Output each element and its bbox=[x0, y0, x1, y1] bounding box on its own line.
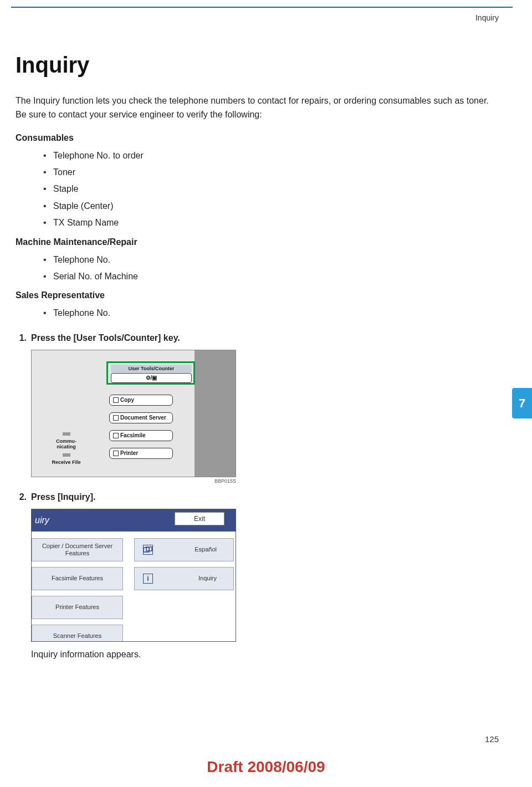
step-2: 2. Press [Inquiry]. uiry Exit Copier / D… bbox=[16, 492, 502, 660]
header-section-label: Inquiry bbox=[475, 13, 499, 22]
list-item: Telephone No. bbox=[43, 252, 502, 268]
page-title: Inquiry bbox=[16, 53, 502, 78]
list-item: Staple (Center) bbox=[43, 198, 502, 214]
user-tools-counter-label: User Tools/Counter bbox=[111, 365, 192, 372]
step-text: Press [Inquiry]. bbox=[31, 492, 502, 502]
inquiry-button[interactable]: i Inquiry bbox=[134, 567, 234, 590]
highlight-box: User Tools/Counter ⚙/▣ bbox=[106, 361, 195, 385]
figure-caption: BBP015S bbox=[31, 478, 236, 484]
group-sales: Sales Representative Telephone No. bbox=[16, 290, 502, 321]
language-label: Español bbox=[195, 546, 217, 553]
document-server-button[interactable]: Document Server bbox=[109, 412, 173, 423]
draft-watermark: Draft 2008/06/09 bbox=[0, 758, 532, 776]
subhead-maintenance: Machine Maintenance/Repair bbox=[16, 237, 502, 247]
step-text: Press the [User Tools/Counter] key. bbox=[31, 333, 502, 343]
chapter-tab: 7 bbox=[512, 388, 532, 418]
inquiry-label: Inquiry bbox=[198, 575, 217, 582]
page-number: 125 bbox=[485, 734, 499, 744]
content-area: Inquiry The Inquiry function lets you ch… bbox=[16, 53, 502, 668]
list-item: Staple bbox=[43, 181, 502, 197]
list-item: Telephone No. bbox=[43, 305, 502, 321]
figure-2: uiry Exit Copier / Document Server Featu… bbox=[31, 509, 236, 642]
intro-paragraph: The Inquiry function lets you check the … bbox=[16, 94, 502, 122]
copy-label: Copy bbox=[120, 397, 134, 403]
printer-label: Printer bbox=[120, 450, 138, 456]
list-item: Toner bbox=[43, 164, 502, 181]
group-consumables: Consumables Telephone No. to order Toner… bbox=[16, 133, 502, 232]
printer-icon bbox=[113, 451, 119, 456]
led-icon bbox=[63, 453, 70, 457]
facsimile-icon bbox=[113, 433, 119, 438]
status-block: Commu- nicating Receive File bbox=[45, 429, 87, 466]
copy-button[interactable]: Copy bbox=[109, 395, 173, 406]
step-1: 1. Press the [User Tools/Counter] key. U… bbox=[16, 333, 502, 484]
list-item: Serial No. of Machine bbox=[43, 268, 502, 285]
language-icon bbox=[143, 545, 153, 555]
step-number: 1. bbox=[16, 333, 31, 343]
exit-button[interactable]: Exit bbox=[175, 512, 224, 525]
printer-features-button[interactable]: Printer Features bbox=[32, 596, 123, 619]
top-rule bbox=[11, 7, 513, 8]
status-line3: Receive File bbox=[45, 460, 87, 466]
result-text: Inquiry information appears. bbox=[31, 650, 502, 660]
subhead-sales: Sales Representative bbox=[16, 290, 502, 300]
document-server-label: Document Server bbox=[120, 415, 166, 421]
status-line2: nicating bbox=[45, 444, 87, 450]
language-button[interactable]: Español bbox=[134, 538, 234, 561]
screen-header: uiry Exit bbox=[32, 509, 236, 532]
steps-list: 1. Press the [User Tools/Counter] key. U… bbox=[16, 333, 502, 660]
copy-icon bbox=[113, 397, 119, 403]
group-maintenance: Machine Maintenance/Repair Telephone No.… bbox=[16, 237, 502, 285]
user-tools-counter-button[interactable]: ⚙/▣ bbox=[111, 373, 192, 383]
subhead-consumables: Consumables bbox=[16, 133, 502, 143]
led-icon bbox=[63, 432, 70, 436]
scanner-features-button[interactable]: Scanner Features bbox=[32, 625, 123, 642]
copier-features-button[interactable]: Copier / Document Server Features bbox=[32, 538, 123, 561]
facsimile-features-button[interactable]: Facsimile Features bbox=[32, 567, 123, 590]
list-item: TX Stamp Name bbox=[43, 214, 502, 231]
facsimile-label: Facsimile bbox=[120, 432, 146, 438]
info-icon: i bbox=[143, 574, 153, 584]
figure-1: User Tools/Counter ⚙/▣ Copy Document Ser… bbox=[31, 350, 236, 477]
gear-counter-icon: ⚙/▣ bbox=[146, 375, 157, 381]
facsimile-button[interactable]: Facsimile bbox=[109, 430, 173, 441]
document-server-icon bbox=[113, 415, 119, 421]
screen-title-partial: uiry bbox=[35, 515, 49, 525]
list-item: Telephone No. to order bbox=[43, 147, 502, 164]
step-number: 2. bbox=[16, 492, 31, 502]
printer-button[interactable]: Printer bbox=[109, 448, 173, 459]
